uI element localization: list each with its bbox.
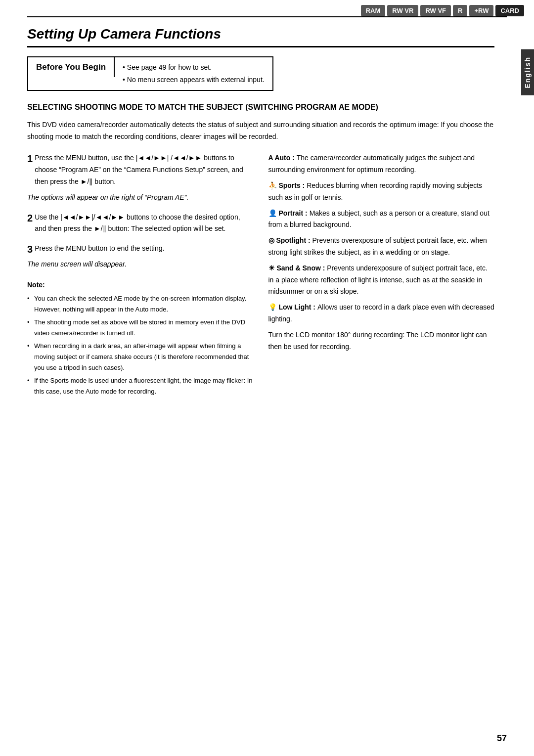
step-number: 2 xyxy=(27,212,33,224)
mode-name: 💡 Low Light : xyxy=(268,303,317,311)
left-column: 1Press the MENU button, use the |◄◄/►►| … xyxy=(27,152,254,399)
step-note: The options will appear on the right of … xyxy=(27,192,254,204)
note-section: Note:You can check the selected AE mode … xyxy=(27,279,254,398)
note-title: Note: xyxy=(27,279,254,291)
step-text: Press the MENU button to end the setting… xyxy=(35,243,253,255)
nav-pill-ram: RAM xyxy=(361,5,386,16)
nav-pill-r: R xyxy=(453,5,467,16)
step-1: 1Press the MENU button, use the |◄◄/►►| … xyxy=(27,152,254,203)
mode-name: ⛹ Sports : xyxy=(268,181,307,189)
step-3: 3Press the MENU button to end the settin… xyxy=(27,243,254,270)
mode-name: ☀ Sand & Snow : xyxy=(268,264,327,272)
step-2: 2Use the |◄◄/►►|/◄◄/►► buttons to choose… xyxy=(27,212,254,235)
mode-item-auto: A Auto : The camera/recorder automatical… xyxy=(268,152,495,176)
mode-item-portrait: 👤 Portrait : Makes a subject, such as a … xyxy=(268,208,495,231)
nav-pill-rwvf: RW VF xyxy=(420,5,451,16)
page-number: 57 xyxy=(497,733,507,744)
two-column-layout: 1Press the MENU button, use the |◄◄/►►| … xyxy=(27,152,494,399)
before-begin-bullet: See page 49 for how to set. xyxy=(123,61,265,74)
before-begin-list: See page 49 for how to set.No menu scree… xyxy=(123,61,265,86)
step-text: Press the MENU button, use the |◄◄/►►| /… xyxy=(35,152,253,187)
right-column: A Auto : The camera/recorder automatical… xyxy=(268,152,495,399)
before-begin-label: Before You Begin xyxy=(28,57,115,77)
step-text: Use the |◄◄/►►|/◄◄/►► buttons to choose … xyxy=(35,212,253,235)
step-number: 3 xyxy=(27,243,33,256)
top-navigation-bar: RAMRW VRRW VFR+RWCARD xyxy=(0,0,534,16)
step-note: The menu screen will disappear. xyxy=(27,259,254,270)
before-you-begin-box: Before You Begin See page 49 for how to … xyxy=(27,56,273,91)
side-tab-english: English xyxy=(521,49,534,95)
mode-item-sand-&-snow: ☀ Sand & Snow : Prevents underexposure o… xyxy=(268,263,495,298)
mode-item-sports: ⛹ Sports : Reduces blurring when recordi… xyxy=(268,180,495,204)
page-title: Setting Up Camera Functions xyxy=(27,26,494,47)
mode-name: ◎ Spotlight : xyxy=(268,236,312,244)
lcd-note: Turn the LCD monitor 180° during recordi… xyxy=(268,329,495,353)
nav-pill-+rw: +RW xyxy=(469,5,493,16)
mode-description: The camera/recorder automatically judges… xyxy=(268,154,475,174)
nav-pill-card: CARD xyxy=(495,5,524,16)
intro-paragraph: This DVD video camera/recorder automatic… xyxy=(27,119,494,143)
note-item: If the Sports mode is used under a fluor… xyxy=(27,375,254,397)
main-content: Setting Up Camera Functions Before You B… xyxy=(0,17,534,419)
note-item: The shooting mode set as above will be s… xyxy=(27,317,254,339)
nav-pill-rwvr: RW VR xyxy=(387,5,418,16)
before-begin-content: See page 49 for how to set.No menu scree… xyxy=(115,57,272,90)
section-heading: SELECTING SHOOTING MODE TO MATCH THE SUB… xyxy=(27,102,494,113)
before-begin-bullet: No menu screen appears with external inp… xyxy=(123,74,265,86)
mode-item-low-light: 💡 Low Light : Allows user to record in a… xyxy=(268,302,495,325)
mode-name: A Auto : xyxy=(268,154,297,162)
mode-name: 👤 Portrait : xyxy=(268,209,310,217)
mode-item-spotlight: ◎ Spotlight : Prevents overexposure of s… xyxy=(268,235,495,259)
note-item: You can check the selected AE mode by th… xyxy=(27,293,254,315)
note-list: You can check the selected AE mode by th… xyxy=(27,293,254,398)
step-number: 1 xyxy=(27,152,33,165)
note-item: When recording in a dark area, an after-… xyxy=(27,341,254,373)
